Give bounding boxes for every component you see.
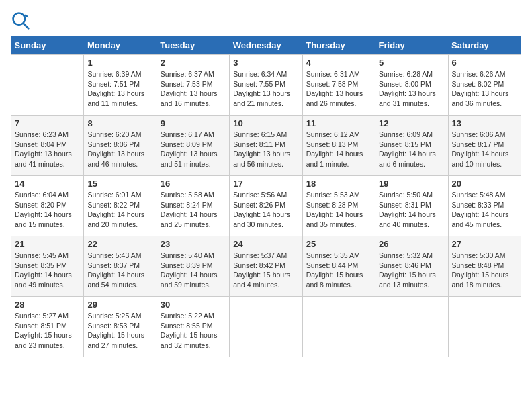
day-number: 5 (379, 58, 444, 68)
day-number: 26 (379, 239, 444, 249)
calendar-week-4: 28Sunrise: 5:27 AM Sunset: 8:51 PM Dayli… (11, 297, 521, 357)
day-number: 25 (306, 239, 371, 249)
day-info: Sunrise: 6:23 AM Sunset: 8:04 PM Dayligh… (15, 130, 80, 169)
day-number: 13 (452, 118, 517, 128)
day-number: 2 (161, 58, 226, 68)
header-cell-saturday: Saturday (448, 36, 521, 55)
day-number: 10 (233, 118, 298, 128)
calendar-cell (375, 297, 448, 357)
day-info: Sunrise: 5:25 AM Sunset: 8:53 PM Dayligh… (87, 311, 152, 351)
calendar-cell: 13Sunrise: 6:06 AM Sunset: 8:17 PM Dayli… (448, 116, 521, 176)
calendar-cell: 14Sunrise: 6:04 AM Sunset: 8:20 PM Dayli… (11, 176, 84, 236)
day-info: Sunrise: 6:17 AM Sunset: 8:09 PM Dayligh… (161, 130, 226, 169)
calendar-cell: 2Sunrise: 6:37 AM Sunset: 7:53 PM Daylig… (157, 55, 229, 116)
day-number: 23 (161, 239, 226, 249)
calendar-cell: 10Sunrise: 6:15 AM Sunset: 8:11 PM Dayli… (230, 116, 302, 176)
calendar-table: SundayMondayTuesdayWednesdayThursdayFrid… (11, 36, 521, 357)
header-cell-friday: Friday (375, 36, 448, 55)
day-number: 1 (87, 58, 152, 68)
calendar-cell: 19Sunrise: 5:50 AM Sunset: 8:31 PM Dayli… (375, 176, 448, 236)
calendar-cell: 29Sunrise: 5:25 AM Sunset: 8:53 PM Dayli… (84, 297, 157, 357)
header-cell-sunday: Sunday (11, 36, 84, 55)
day-number: 22 (87, 239, 152, 249)
calendar-cell: 21Sunrise: 5:45 AM Sunset: 8:35 PM Dayli… (11, 236, 84, 297)
day-info: Sunrise: 5:27 AM Sunset: 8:51 PM Dayligh… (15, 311, 80, 351)
day-info: Sunrise: 6:06 AM Sunset: 8:17 PM Dayligh… (452, 130, 517, 169)
calendar-week-3: 21Sunrise: 5:45 AM Sunset: 8:35 PM Dayli… (11, 236, 521, 297)
calendar-cell: 1Sunrise: 6:39 AM Sunset: 7:51 PM Daylig… (84, 55, 157, 116)
day-number: 17 (233, 179, 298, 189)
calendar-cell: 28Sunrise: 5:27 AM Sunset: 8:51 PM Dayli… (11, 297, 84, 357)
calendar-cell: 23Sunrise: 5:40 AM Sunset: 8:39 PM Dayli… (157, 236, 229, 297)
calendar-cell: 6Sunrise: 6:26 AM Sunset: 8:02 PM Daylig… (448, 55, 521, 116)
day-info: Sunrise: 6:37 AM Sunset: 7:53 PM Dayligh… (161, 69, 226, 109)
day-number: 29 (87, 300, 152, 310)
calendar-cell (11, 55, 84, 116)
day-number: 7 (15, 118, 80, 128)
calendar-cell: 22Sunrise: 5:43 AM Sunset: 8:37 PM Dayli… (84, 236, 157, 297)
day-info: Sunrise: 5:30 AM Sunset: 8:48 PM Dayligh… (452, 250, 517, 290)
day-info: Sunrise: 5:53 AM Sunset: 8:28 PM Dayligh… (306, 190, 371, 230)
calendar-cell: 12Sunrise: 6:09 AM Sunset: 8:15 PM Dayli… (375, 116, 448, 176)
day-info: Sunrise: 6:01 AM Sunset: 8:22 PM Dayligh… (87, 190, 152, 230)
calendar-cell (230, 297, 302, 357)
calendar-cell: 8Sunrise: 6:20 AM Sunset: 8:06 PM Daylig… (84, 116, 157, 176)
day-info: Sunrise: 6:09 AM Sunset: 8:15 PM Dayligh… (379, 130, 444, 169)
day-number: 8 (87, 118, 152, 128)
day-info: Sunrise: 5:58 AM Sunset: 8:24 PM Dayligh… (161, 190, 226, 230)
calendar-cell: 17Sunrise: 5:56 AM Sunset: 8:26 PM Dayli… (230, 176, 302, 236)
day-number: 18 (306, 179, 371, 189)
day-info: Sunrise: 5:40 AM Sunset: 8:39 PM Dayligh… (161, 250, 226, 290)
calendar-week-1: 7Sunrise: 6:23 AM Sunset: 8:04 PM Daylig… (11, 116, 521, 176)
day-info: Sunrise: 6:15 AM Sunset: 8:11 PM Dayligh… (233, 130, 298, 169)
day-number: 16 (161, 179, 226, 189)
header (11, 11, 521, 30)
calendar-cell: 30Sunrise: 5:22 AM Sunset: 8:55 PM Dayli… (157, 297, 229, 357)
day-number: 12 (379, 118, 444, 128)
header-cell-thursday: Thursday (302, 36, 375, 55)
day-info: Sunrise: 5:37 AM Sunset: 8:42 PM Dayligh… (233, 250, 298, 290)
day-number: 20 (452, 179, 517, 189)
calendar-cell: 16Sunrise: 5:58 AM Sunset: 8:24 PM Dayli… (157, 176, 229, 236)
calendar-week-0: 1Sunrise: 6:39 AM Sunset: 7:51 PM Daylig… (11, 55, 521, 116)
header-cell-tuesday: Tuesday (157, 36, 229, 55)
day-info: Sunrise: 6:04 AM Sunset: 8:20 PM Dayligh… (15, 190, 80, 230)
day-info: Sunrise: 5:45 AM Sunset: 8:35 PM Dayligh… (15, 250, 80, 290)
day-number: 19 (379, 179, 444, 189)
calendar-cell: 5Sunrise: 6:28 AM Sunset: 8:00 PM Daylig… (375, 55, 448, 116)
calendar-cell (448, 297, 521, 357)
calendar-cell: 4Sunrise: 6:31 AM Sunset: 7:58 PM Daylig… (302, 55, 375, 116)
day-number: 24 (233, 239, 298, 249)
day-number: 4 (306, 58, 371, 68)
day-info: Sunrise: 6:28 AM Sunset: 8:00 PM Dayligh… (379, 69, 444, 109)
calendar-cell: 11Sunrise: 6:12 AM Sunset: 8:13 PM Dayli… (302, 116, 375, 176)
day-number: 14 (15, 179, 80, 189)
day-number: 27 (452, 239, 517, 249)
logo (11, 11, 32, 30)
day-number: 28 (15, 300, 80, 310)
calendar-cell: 27Sunrise: 5:30 AM Sunset: 8:48 PM Dayli… (448, 236, 521, 297)
day-info: Sunrise: 5:43 AM Sunset: 8:37 PM Dayligh… (87, 250, 152, 290)
day-info: Sunrise: 5:32 AM Sunset: 8:46 PM Dayligh… (379, 250, 444, 290)
day-number: 15 (87, 179, 152, 189)
day-number: 21 (15, 239, 80, 249)
day-info: Sunrise: 6:34 AM Sunset: 7:55 PM Dayligh… (233, 69, 298, 109)
day-number: 9 (161, 118, 226, 128)
day-info: Sunrise: 6:39 AM Sunset: 7:51 PM Dayligh… (87, 69, 152, 109)
calendar-cell: 7Sunrise: 6:23 AM Sunset: 8:04 PM Daylig… (11, 116, 84, 176)
header-cell-monday: Monday (84, 36, 157, 55)
day-info: Sunrise: 6:20 AM Sunset: 8:06 PM Dayligh… (87, 130, 152, 169)
header-cell-wednesday: Wednesday (230, 36, 302, 55)
calendar-cell: 3Sunrise: 6:34 AM Sunset: 7:55 PM Daylig… (230, 55, 302, 116)
day-info: Sunrise: 6:31 AM Sunset: 7:58 PM Dayligh… (306, 69, 371, 109)
day-number: 30 (161, 300, 226, 310)
day-info: Sunrise: 6:12 AM Sunset: 8:13 PM Dayligh… (306, 130, 371, 169)
day-number: 3 (233, 58, 298, 68)
calendar-cell: 25Sunrise: 5:35 AM Sunset: 8:44 PM Dayli… (302, 236, 375, 297)
day-number: 11 (306, 118, 371, 128)
day-info: Sunrise: 5:56 AM Sunset: 8:26 PM Dayligh… (233, 190, 298, 230)
calendar-week-2: 14Sunrise: 6:04 AM Sunset: 8:20 PM Dayli… (11, 176, 521, 236)
calendar-cell: 15Sunrise: 6:01 AM Sunset: 8:22 PM Dayli… (84, 176, 157, 236)
calendar-body: 1Sunrise: 6:39 AM Sunset: 7:51 PM Daylig… (11, 55, 521, 357)
calendar-header-row: SundayMondayTuesdayWednesdayThursdayFrid… (11, 36, 521, 55)
